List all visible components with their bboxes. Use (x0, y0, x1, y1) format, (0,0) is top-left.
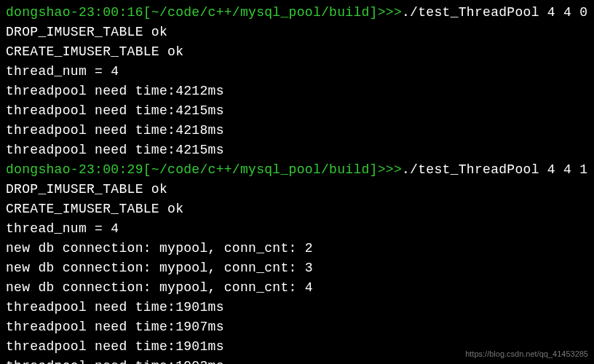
prompt-arrows: >>> (378, 5, 402, 20)
terminal-line: CREATE_IMUSER_TABLE ok (6, 199, 588, 219)
terminal-line: new db connection: mypool, conn_cnt: 3 (6, 258, 588, 278)
terminal-line: threadpool need time:4212ms (6, 82, 588, 101)
terminal-line: new db connection: mypool, conn_cnt: 2 (6, 239, 588, 258)
prompt-bracket-close: ] (370, 5, 378, 20)
watermark-text: https://blog.csdn.net/qq_41453285 (465, 348, 588, 360)
output-text: CREATE_IMUSER_TABLE ok (6, 44, 183, 59)
prompt-arrows: >>> (378, 162, 402, 177)
output-text: threadpool need time:4218ms (6, 123, 224, 138)
output-text: new db connection: mypool, conn_cnt: 2 (6, 241, 313, 256)
prompt-path: ~/code/c++/mysql_pool/build (151, 5, 370, 20)
terminal-line: threadpool need time:1901ms (6, 298, 588, 317)
output-text: threadpool need time:1901ms (6, 339, 224, 354)
command-text[interactable]: ./test_ThreadPool 4 4 1 (402, 162, 587, 177)
output-text: thread_num = 4 (6, 221, 119, 236)
terminal-line: new db connection: mypool, conn_cnt: 4 (6, 278, 588, 298)
output-text: threadpool need time:4212ms (6, 84, 224, 98)
terminal-line: threadpool need time:1907ms (6, 317, 588, 337)
prompt-user-host: dongshao-23:00:29[ (6, 162, 151, 177)
output-text: new db connection: mypool, conn_cnt: 3 (6, 261, 313, 275)
terminal-line: CREATE_IMUSER_TABLE ok (6, 42, 588, 62)
terminal-output: dongshao-23:00:16[~/code/c++/mysql_pool/… (6, 3, 588, 364)
output-text: new db connection: mypool, conn_cnt: 4 (6, 280, 313, 295)
prompt-path: ~/code/c++/mysql_pool/build (151, 162, 370, 177)
terminal-line: threadpool need time:4215ms (6, 141, 588, 160)
prompt-bracket-close: ] (370, 162, 378, 177)
output-text: DROP_IMUSER_TABLE ok (6, 182, 167, 197)
terminal-line: threadpool need time:4218ms (6, 121, 588, 141)
terminal-line: threadpool need time:4215ms (6, 101, 588, 121)
output-text: threadpool need time:1907ms (6, 320, 224, 334)
output-text: CREATE_IMUSER_TABLE ok (6, 202, 183, 216)
output-text: threadpool need time:4215ms (6, 103, 224, 118)
output-text: threadpool need time:1903ms (6, 359, 224, 364)
command-text[interactable]: ./test_ThreadPool 4 4 0 (402, 5, 587, 20)
output-text: DROP_IMUSER_TABLE ok (6, 25, 167, 39)
output-text: threadpool need time:4215ms (6, 143, 224, 157)
terminal-line: thread_num = 4 (6, 219, 588, 239)
terminal-line: dongshao-23:00:29[~/code/c++/mysql_pool/… (6, 160, 588, 180)
terminal-line: DROP_IMUSER_TABLE ok (6, 180, 588, 199)
terminal-line: thread_num = 4 (6, 62, 588, 82)
prompt-user-host: dongshao-23:00:16[ (6, 5, 151, 20)
terminal-line: DROP_IMUSER_TABLE ok (6, 23, 588, 42)
output-text: threadpool need time:1901ms (6, 300, 224, 314)
output-text: thread_num = 4 (6, 64, 119, 79)
terminal-line: dongshao-23:00:16[~/code/c++/mysql_pool/… (6, 3, 588, 23)
